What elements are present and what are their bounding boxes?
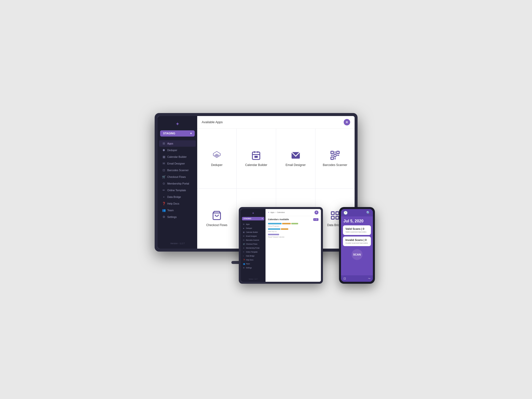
tablet-nav-calendar[interactable]: ▦ Calendar Builder (242, 231, 265, 234)
template-icon: ✏ (162, 188, 166, 192)
tablet-nav-data-bridge[interactable]: ▪ Data Bridge (242, 254, 265, 258)
sidebar-item-deduper[interactable]: Deduper (159, 147, 196, 153)
svg-rect-8 (331, 157, 333, 159)
tablet-help-icon: ❓ (243, 259, 245, 261)
deduper-icon (162, 148, 166, 152)
tablet-screen: ✦ STAGING ▾ ⊞ Apps ◈ Deduper ▦ Calendar … (241, 209, 321, 282)
sidebar-item-checkout-flows[interactable]: 🛒 Checkout Flows (159, 174, 196, 180)
svg-point-9 (334, 154, 336, 157)
tablet-email-icon: ✉ (243, 235, 245, 237)
field-trip-label: Field Trip Ca... (268, 231, 318, 232)
calendar-row-school-programs: School Programs (268, 223, 318, 227)
tablet-nav-email[interactable]: ✉ Email Designer (242, 235, 265, 238)
tablet-content-header: Calendars Available + © (268, 218, 318, 221)
tablet-nav-deduper[interactable]: ◈ Deduper (242, 227, 265, 230)
tablet-membership-icon: ⊙ (243, 247, 245, 249)
app-card-barcodes-scanner[interactable]: Barcodes Scanner (315, 129, 355, 188)
barcode-icon: ⊡ (162, 168, 166, 172)
sidebar-item-apps[interactable]: ⊞ Apps (159, 140, 196, 147)
tablet-brand-icon: ✦ (252, 211, 254, 215)
tablet-apps-icon: ⊞ (243, 223, 245, 225)
data-bridge-app-icon (330, 211, 340, 220)
phone-valid-scans-card: Valid Scans | 0 Valid scanned barcodes (343, 225, 371, 235)
tablet-header-right: R (314, 211, 318, 214)
phone-date: Jul 5, 2020 (341, 216, 373, 225)
tablet-staging-button[interactable]: STAGING ▾ (242, 217, 264, 220)
field-bar-2 (281, 228, 288, 230)
tablet-chevron-icon: ▾ (262, 218, 263, 220)
tablet-barcode-icon: ⊡ (243, 239, 245, 241)
email-icon: ✉ (162, 162, 166, 165)
tablet-nav-team[interactable]: 👥 Team (242, 262, 265, 266)
tablet-sidebar: ✦ STAGING ▾ ⊞ Apps ◈ Deduper ▦ Calendar … (241, 209, 266, 282)
sidebar-logo: ✦ (158, 119, 197, 130)
app-card-email-designer[interactable]: Email Designer (276, 129, 315, 188)
sidebar-item-settings[interactable]: ⚙ Settings (159, 214, 196, 220)
tablet-data-icon: ▪ (243, 255, 245, 257)
monitor-sidebar: ✦ STAGING ▾ ⊞ Apps Deduper (158, 116, 197, 249)
checkout-app-icon (212, 211, 222, 220)
tablet-nav-checkout[interactable]: 🛒 Checkout Flows (242, 242, 265, 246)
school-programs-label: School Programs (268, 225, 318, 227)
tablet-nav-settings[interactable]: ⚙ Settings (242, 266, 265, 270)
app-card-calendar-builder[interactable]: Calendar Builder (237, 129, 276, 188)
barcode-app-icon (330, 150, 340, 160)
phone-screen: 🕐 🔍 Jul 5, 2020 Valid Scans | 0 Valid sc… (341, 209, 373, 282)
scan-button[interactable]: SCAN (352, 249, 363, 260)
calendar-builder-app-label: Calendar Builder (245, 163, 267, 167)
tablet-nav-template[interactable]: ✏ Online Template (242, 250, 265, 254)
sidebar-item-email-designer[interactable]: ✉ Email Designer (159, 160, 196, 167)
tablet-nav-help[interactable]: ❓ Help Docs (242, 258, 265, 262)
calendar-icon: ▦ (162, 155, 166, 159)
app-card-deduper[interactable]: Deduper (197, 129, 236, 188)
tablet-add-button[interactable]: + © (313, 218, 318, 221)
staging-button[interactable]: STAGING ▾ (160, 130, 195, 137)
timed-bar-1 (268, 234, 279, 235)
tablet-header: ✦ Apps › Calendars R (266, 209, 321, 216)
school-programs-bars (268, 223, 318, 224)
tablet-deduper-icon: ◈ (243, 227, 245, 229)
tablet-logo: ✦ (241, 211, 266, 217)
svg-rect-4 (255, 156, 258, 158)
sidebar-item-data-bridge[interactable]: ▪ Data Bridge (159, 194, 196, 200)
tablet-template-icon: ✏ (243, 251, 245, 253)
membership-icon: ⊙ (162, 182, 166, 185)
deduper-app-icon (212, 150, 222, 160)
tablet-brand-logo: ✦ (268, 211, 269, 213)
tablet-nav-apps[interactable]: ⊞ Apps (242, 223, 265, 226)
app-card-checkout-flows[interactable]: Checkout Flows (197, 189, 236, 249)
phone-header: 🕐 🔍 (341, 209, 373, 216)
sidebar-item-barcodes-scanner[interactable]: ⊡ Barcodes Scanner (159, 167, 196, 173)
sidebar-item-help-docs[interactable]: ❓ Help Docs (159, 200, 196, 207)
calendar-row-field-trip: Field Trip Ca... (268, 228, 318, 232)
sidebar-item-calendar-builder[interactable]: ▦ Calendar Builder (159, 154, 196, 160)
tablet-team-icon: 👥 (243, 263, 245, 265)
valid-scans-subtitle: Valid scanned barcodes (345, 231, 368, 233)
tablet-user-avatar[interactable]: R (314, 211, 318, 214)
sidebar-item-membership-portal[interactable]: ⊙ Membership Portal (159, 180, 196, 187)
phone-clock-icon: 🕐 (343, 211, 348, 215)
email-app-icon (291, 150, 301, 160)
tablet-nav-membership[interactable]: ⊙ Membership Portal (242, 246, 265, 250)
tablet-calendar-icon: ▦ (243, 231, 245, 233)
chevron-down-icon: ▾ (190, 132, 192, 135)
calendar-list: School Programs Field Trip Ca... (268, 223, 318, 238)
svg-rect-19 (336, 212, 339, 215)
phone-footer: ⊡ ⤳ (341, 275, 373, 282)
user-avatar[interactable]: R (344, 119, 350, 125)
sidebar-item-team[interactable]: 👥 Team (159, 207, 196, 213)
settings-icon: ⚙ (162, 215, 166, 219)
phone-camera-icon: ⊡ (343, 277, 346, 280)
deduper-app-label: Deduper (211, 163, 222, 167)
phone-search-icon: 🔍 (366, 211, 370, 215)
monitor-header: Available Apps R (197, 116, 355, 129)
invalid-scans-title: Invalid Scans | 0 (345, 238, 368, 241)
timed-bars (268, 234, 318, 235)
barcodes-scanner-app-label: Barcodes Scanner (323, 163, 347, 167)
team-icon: 👥 (162, 209, 166, 212)
scene: ✦ STAGING ▾ ⊞ Apps Deduper (155, 113, 377, 286)
tablet-nav-barcodes[interactable]: ⊡ Barcodes Scanner (242, 238, 265, 242)
sidebar-item-online-template[interactable]: ✏ Online Template (159, 187, 196, 193)
school-bar-1 (268, 223, 282, 224)
svg-rect-21 (336, 216, 339, 219)
